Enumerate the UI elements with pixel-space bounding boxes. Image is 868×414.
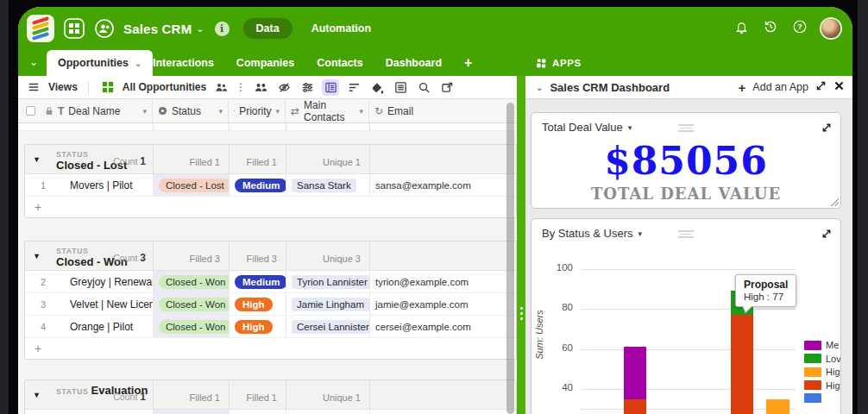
- views-button[interactable]: Views: [48, 81, 78, 93]
- dashboard-collapse-chevron-icon[interactable]: ⌄: [536, 83, 543, 92]
- contacts-summary: Unique 3: [286, 242, 370, 270]
- contact-cell[interactable]: Sansa Stark: [286, 174, 370, 196]
- card-caret-icon[interactable]: ▾: [628, 123, 632, 132]
- email-cell[interactable]: cersei@example.com: [370, 316, 516, 337]
- card-drag-handle[interactable]: [678, 122, 694, 134]
- add-record-row[interactable]: +: [25, 338, 516, 359]
- email-cell[interactable]: ned@example.com: [370, 410, 516, 414]
- column-header-deal-name[interactable]: T Deal Name ▾: [18, 99, 153, 122]
- column-header-status[interactable]: Status ▾: [153, 99, 229, 122]
- filter-icon[interactable]: [299, 79, 316, 96]
- bar-segment-medium[interactable]: [624, 347, 646, 398]
- view-options-dots-icon[interactable]: ⋮: [236, 81, 246, 93]
- column-caret-icon[interactable]: ▾: [359, 107, 363, 116]
- help-icon[interactable]: ?: [792, 19, 808, 38]
- tab-contacts[interactable]: Contacts: [317, 57, 362, 69]
- email-cell[interactable]: jamie@example.com: [370, 293, 516, 315]
- grid-view-icon[interactable]: [99, 79, 116, 96]
- single-select-icon: [234, 106, 235, 116]
- collaborators-icon[interactable]: [94, 18, 115, 39]
- status-pill: Closed - Won: [159, 298, 230, 311]
- search-icon[interactable]: [415, 79, 432, 96]
- add-record-plus-icon[interactable]: +: [35, 200, 41, 214]
- priority-cell[interactable]: High: [230, 316, 286, 337]
- expand-dashboard-icon[interactable]: [815, 79, 827, 95]
- status-cell[interactable]: Closed - Won: [154, 271, 230, 292]
- vertical-scrollbar[interactable]: [506, 103, 514, 414]
- sort-icon[interactable]: [345, 79, 362, 96]
- contact-cell[interactable]: Jamie Lingham: [286, 293, 370, 315]
- priority-cell[interactable]: Medium: [230, 271, 286, 292]
- select-all-checkbox[interactable]: [26, 106, 35, 116]
- email-cell[interactable]: sansa@example.com: [370, 174, 516, 196]
- column-caret-icon[interactable]: ▾: [142, 107, 147, 116]
- bar-segment-high[interactable]: [624, 399, 646, 414]
- group-header[interactable]: ▼ STATUS Evaluation Count1 Filled 1 Fill…: [25, 380, 516, 410]
- add-app-button[interactable]: Add an App: [752, 81, 808, 93]
- tab-interactions[interactable]: Interactions: [153, 57, 214, 69]
- share-view-users-icon[interactable]: [252, 79, 269, 96]
- base-title-caret-icon[interactable]: ⌄: [196, 23, 204, 34]
- bar-segment-high[interactable]: [766, 399, 789, 414]
- row-height-icon[interactable]: [392, 79, 409, 96]
- history-icon[interactable]: [763, 19, 778, 38]
- data-tab-button[interactable]: Data: [243, 18, 292, 39]
- group-header[interactable]: ▼ STATUS Closed - Won Count3 Filled 3 Fi…: [25, 242, 516, 271]
- column-caret-icon[interactable]: ▾: [218, 107, 223, 116]
- contact-cell[interactable]: Cersei Lannister: [286, 316, 370, 337]
- close-apps-panel-icon[interactable]: [833, 79, 845, 95]
- collapse-group-icon[interactable]: ▼: [33, 391, 41, 399]
- column-header-main-contacts[interactable]: ⇄ Main Contacts ▾: [286, 99, 369, 122]
- deal-name-cell[interactable]: 5Apple | Pilot: [25, 410, 154, 414]
- status-cell[interactable]: Closed - Won: [154, 293, 230, 315]
- contact-cell[interactable]: Ned Stark: [286, 410, 370, 414]
- column-header-email[interactable]: ↻ Email: [369, 99, 517, 122]
- notifications-bell-icon[interactable]: [734, 20, 749, 38]
- add-record-plus-icon[interactable]: +: [35, 342, 41, 355]
- bar-segment-high[interactable]: [731, 315, 753, 414]
- user-avatar[interactable]: [821, 19, 840, 38]
- contact-chip: Sansa Stark: [292, 179, 356, 192]
- collapse-group-icon[interactable]: ▼: [33, 252, 41, 260]
- tab-opportunities[interactable]: Opportunities ⌄: [47, 50, 153, 76]
- deal-name-cell[interactable]: 3Velvet | New Licenses: [25, 293, 154, 315]
- view-name[interactable]: All Opportunities: [123, 81, 206, 93]
- deal-name-cell[interactable]: 4Orange | Pilot: [25, 316, 154, 337]
- add-app-plus-icon[interactable]: +: [739, 80, 746, 95]
- status-cell[interactable]: Closed - Lost: [154, 174, 230, 196]
- card-resize-handle[interactable]: [831, 198, 839, 206]
- contact-cell[interactable]: Tyrion Lannister: [286, 271, 370, 292]
- deal-name-cell[interactable]: 1Movers | Pilot: [25, 174, 154, 196]
- column-caret-icon[interactable]: ▾: [275, 107, 280, 116]
- add-table-button[interactable]: +: [464, 55, 472, 71]
- priority-cell[interactable]: High: [230, 293, 286, 315]
- collapse-group-icon[interactable]: ▼: [33, 155, 41, 164]
- bases-grid-icon[interactable]: [63, 17, 85, 40]
- row-color-icon[interactable]: [368, 79, 386, 96]
- sidebar-toggle-chevron-icon[interactable]: ⌄: [29, 56, 38, 68]
- views-menu-icon[interactable]: [25, 79, 42, 96]
- panel-resize-divider[interactable]: [517, 76, 525, 414]
- view-collaborators-icon[interactable]: [212, 79, 230, 96]
- base-title[interactable]: Sales CRM: [123, 22, 192, 36]
- status-cell[interactable]: Evaluation: [154, 410, 230, 414]
- column-header-priority[interactable]: Priority ▾: [229, 99, 286, 122]
- app-logo-icon[interactable]: [27, 15, 54, 42]
- priority-cell[interactable]: High: [230, 410, 286, 414]
- group-records-icon[interactable]: [322, 79, 339, 96]
- hide-fields-icon[interactable]: [275, 79, 292, 96]
- dashboard-title: Sales CRM Dashboard: [550, 81, 670, 94]
- priority-cell[interactable]: Medium: [230, 174, 286, 196]
- share-view-icon[interactable]: [438, 79, 456, 96]
- deal-name-cell[interactable]: 2Greyjoy | Renewal: [25, 271, 154, 292]
- tab-dashboard[interactable]: Dashboard: [386, 57, 442, 69]
- group-header[interactable]: ▼ STATUS Closed - Lost Count1 Filled 1 F…: [25, 145, 516, 174]
- tab-companies[interactable]: Companies: [236, 57, 294, 69]
- add-record-row[interactable]: +: [25, 197, 516, 217]
- automation-tab-button[interactable]: Automation: [311, 22, 371, 34]
- info-icon[interactable]: i: [215, 22, 230, 36]
- summary-card-title[interactable]: Total Deal Value ▾: [542, 121, 632, 134]
- expand-card-icon[interactable]: [821, 121, 832, 136]
- status-cell[interactable]: Closed - Won: [154, 316, 230, 337]
- email-cell[interactable]: tyrion@example.com: [370, 271, 516, 292]
